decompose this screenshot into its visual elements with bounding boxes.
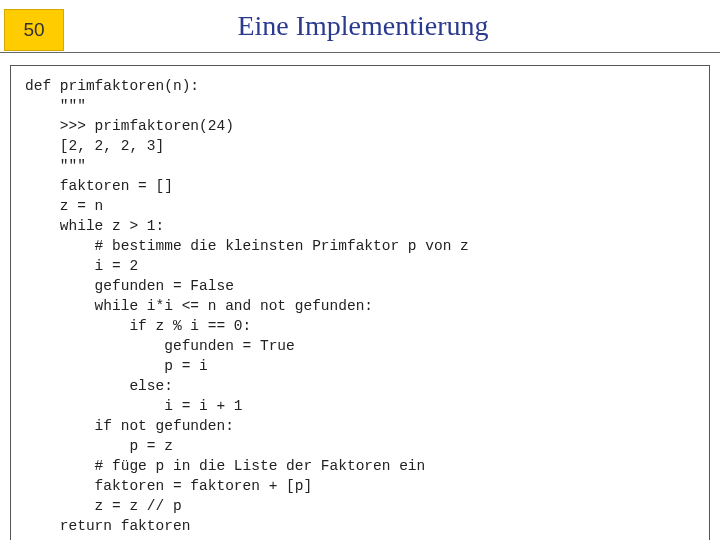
slide-title: Eine Implementierung [64, 10, 720, 42]
slide-number: 50 [4, 9, 64, 51]
code-block-frame: def primfaktoren(n): """ >>> primfaktore… [10, 65, 710, 540]
slide-header: 50 Eine Implementierung [0, 0, 720, 53]
code-listing: def primfaktoren(n): """ >>> primfaktore… [25, 76, 695, 536]
